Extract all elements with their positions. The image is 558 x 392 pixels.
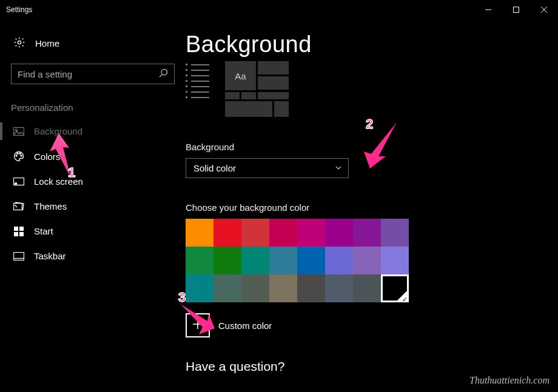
color-swatch[interactable] (325, 247, 353, 274)
color-swatch[interactable] (186, 274, 213, 302)
color-swatch[interactable] (269, 274, 297, 302)
close-button[interactable] (530, 0, 558, 19)
sidebar-item-colors[interactable]: Colors (0, 144, 186, 169)
watermark: Thuthuattienich.com (469, 375, 550, 386)
svg-rect-10 (15, 183, 17, 184)
color-swatch[interactable] (325, 219, 353, 247)
choose-color-label: Choose your background color (186, 202, 552, 213)
have-a-question: Have a question? (186, 359, 552, 374)
window-title: Settings (6, 5, 32, 14)
desktop-preview: Aa (186, 61, 552, 118)
chevron-down-icon (335, 163, 342, 173)
color-swatch[interactable] (297, 247, 325, 274)
sidebar-item-label: Taskbar (34, 251, 66, 261)
picture-icon (13, 127, 24, 136)
minimize-button[interactable] (474, 0, 502, 19)
svg-point-8 (21, 155, 22, 156)
svg-point-4 (16, 129, 18, 131)
sidebar-item-lockscreen[interactable]: Lock screen (0, 169, 186, 194)
sidebar-item-background[interactable]: Background (0, 119, 186, 144)
window-controls (474, 0, 558, 19)
color-swatch[interactable] (353, 219, 381, 247)
svg-point-1 (18, 41, 21, 44)
sidebar-item-label: Colors (34, 151, 60, 162)
search-placeholder: Find a setting (18, 69, 72, 79)
page-title: Background (186, 32, 552, 58)
home-label: Home (35, 38, 59, 48)
color-swatch[interactable] (269, 247, 297, 274)
sidebar: Home Find a setting Personalization Back… (0, 19, 186, 392)
color-swatch[interactable] (186, 247, 213, 274)
start-icon (13, 227, 24, 236)
themes-icon (13, 202, 24, 211)
svg-rect-14 (14, 232, 18, 236)
svg-rect-15 (19, 232, 24, 236)
color-swatch-grid (186, 219, 409, 302)
color-swatch[interactable] (269, 219, 297, 247)
sidebar-item-themes[interactable]: Themes (0, 194, 186, 219)
svg-point-7 (19, 153, 21, 154)
search-icon (159, 68, 168, 79)
color-swatch[interactable] (297, 219, 325, 247)
home-link[interactable]: Home (0, 33, 186, 54)
svg-rect-13 (19, 227, 24, 231)
svg-point-6 (17, 153, 18, 154)
color-swatch[interactable] (186, 219, 213, 247)
sidebar-item-label: Themes (34, 201, 67, 211)
color-swatch[interactable] (213, 219, 241, 247)
lockscreen-icon (13, 178, 24, 186)
svg-rect-3 (14, 127, 24, 135)
svg-point-2 (161, 69, 167, 75)
search-input[interactable]: Find a setting (11, 64, 175, 84)
taskbar-icon (13, 252, 24, 261)
color-swatch[interactable] (213, 274, 241, 302)
dropdown-value: Solid color (193, 163, 236, 173)
preview-text-lines (186, 61, 209, 118)
background-field-label: Background (186, 142, 552, 152)
color-swatch[interactable] (297, 274, 325, 302)
custom-color-button[interactable] (186, 313, 210, 337)
color-swatch[interactable] (353, 247, 381, 274)
svg-point-5 (16, 155, 17, 156)
custom-color-label: Custom color (218, 321, 272, 331)
svg-rect-11 (14, 203, 22, 210)
plus-icon (192, 319, 203, 332)
color-swatch[interactable] (213, 247, 241, 274)
color-swatch[interactable] (381, 219, 409, 247)
gear-icon (13, 36, 25, 50)
maximize-button[interactable] (502, 0, 530, 19)
svg-rect-12 (14, 227, 18, 231)
color-swatch[interactable] (325, 274, 353, 302)
color-swatch[interactable] (241, 274, 269, 302)
svg-rect-0 (514, 7, 519, 13)
sidebar-item-label: Start (34, 226, 53, 236)
category-header: Personalization (0, 84, 186, 119)
palette-icon (13, 151, 24, 162)
sidebar-item-start[interactable]: Start (0, 219, 186, 244)
sidebar-item-taskbar[interactable]: Taskbar (0, 244, 186, 268)
sidebar-item-label: Background (34, 126, 82, 136)
preview-sample-text: Aa (225, 61, 256, 90)
background-dropdown[interactable]: Solid color (186, 158, 349, 178)
color-swatch[interactable] (241, 247, 269, 274)
title-bar: Settings (0, 0, 558, 19)
color-swatch[interactable] (241, 219, 269, 247)
color-swatch[interactable] (381, 274, 409, 302)
svg-rect-16 (14, 252, 24, 260)
main-content: Background Aa Background Solid color (186, 19, 558, 392)
color-swatch[interactable] (353, 274, 381, 302)
preview-tiles: Aa (225, 61, 289, 118)
color-swatch[interactable] (381, 247, 409, 274)
sidebar-item-label: Lock screen (34, 176, 83, 187)
